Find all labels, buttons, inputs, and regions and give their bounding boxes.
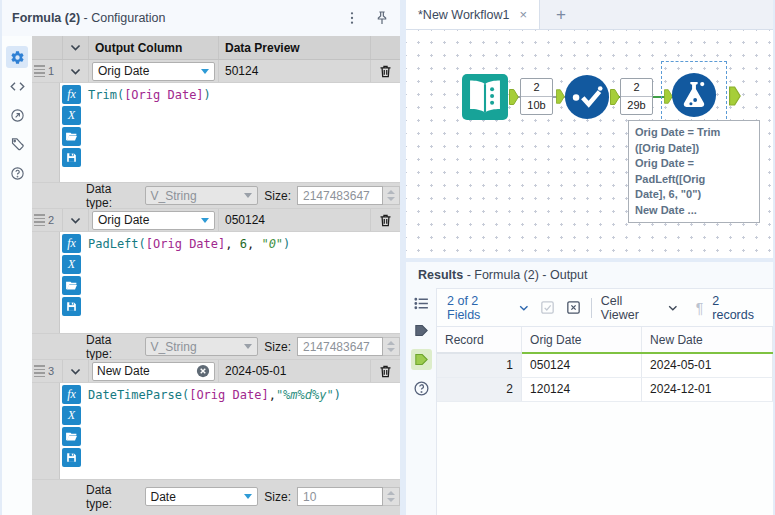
connection-progress-label[interactable]: 2 29b xyxy=(620,78,653,115)
size-spinner[interactable] xyxy=(383,337,400,356)
delete-expression-button[interactable] xyxy=(370,360,400,382)
variables-x-button[interactable]: X xyxy=(62,255,81,274)
variables-x-button[interactable]: X xyxy=(62,406,81,425)
functions-fx-button[interactable]: fx xyxy=(62,385,81,404)
open-expression-button[interactable] xyxy=(62,427,81,446)
expression-grid: Output Column Data Preview 1 Orig Date 5… xyxy=(32,36,400,515)
output-anchor[interactable] xyxy=(729,86,741,106)
cell-viewer-dropdown[interactable]: Cell Viewer xyxy=(601,294,679,322)
grid-header-row: Output Column Data Preview xyxy=(32,36,400,60)
select-tool[interactable] xyxy=(564,74,610,120)
column-header-record[interactable]: Record xyxy=(437,327,522,353)
pin-icon[interactable] xyxy=(374,10,390,26)
expression-footer: Data type: V_String Size: 2147483647 xyxy=(32,334,400,360)
expression-toolbar: fx X xyxy=(60,83,84,182)
connection-progress-label[interactable]: 2 10b xyxy=(520,78,553,115)
expression-editor[interactable]: PadLeft([Orig Date], 6, "0") xyxy=(84,232,400,333)
open-expression-button[interactable] xyxy=(62,127,81,146)
more-options-icon[interactable] xyxy=(344,10,360,26)
output-anchor[interactable] xyxy=(610,89,620,105)
drag-handle-icon[interactable] xyxy=(34,365,45,377)
profile-list-icon[interactable] xyxy=(413,295,430,312)
whitespace-toggle-icon[interactable]: ¶ xyxy=(696,300,704,316)
clear-field-icon[interactable] xyxy=(196,364,210,378)
chevron-down-icon xyxy=(244,193,252,198)
help-icon[interactable] xyxy=(413,380,430,397)
formula-row-1: 1 Orig Date 50124 fx X xyxy=(32,60,400,209)
delete-expression-button[interactable] xyxy=(370,209,400,231)
output-column-header: Output Column xyxy=(88,36,218,59)
deselect-all-icon[interactable] xyxy=(565,299,582,316)
collapse-row-button[interactable] xyxy=(62,360,88,382)
data-preview-value: 050124 xyxy=(218,209,370,231)
output-column-value: Orig Date xyxy=(98,213,201,227)
output-column-value: Orig Date xyxy=(98,64,201,78)
functions-fx-button[interactable]: fx xyxy=(62,234,81,253)
chevron-down-icon xyxy=(201,218,209,223)
size-spinner[interactable] xyxy=(383,186,400,205)
settings-gear-icon[interactable] xyxy=(6,46,28,68)
select-all-icon[interactable] xyxy=(539,299,556,316)
data-type-label: Data type: xyxy=(86,182,139,210)
chevron-down-icon xyxy=(201,69,209,74)
size-label: Size: xyxy=(264,490,291,504)
tool-name: Formula (2) xyxy=(12,11,80,25)
output-connection-icon[interactable] xyxy=(411,349,432,370)
output-column-select[interactable]: Orig Date xyxy=(92,211,215,230)
open-expression-button[interactable] xyxy=(62,276,81,295)
new-workflow-tab-button[interactable]: + xyxy=(540,0,582,29)
variables-x-button[interactable]: X xyxy=(62,106,81,125)
formula-row-header: 2 Orig Date 050124 xyxy=(32,209,400,232)
column-header-orig-date[interactable]: Orig Date xyxy=(522,327,642,353)
collapse-row-button[interactable] xyxy=(62,209,88,231)
expression-editor[interactable]: Trim([Orig Date]) xyxy=(84,83,400,182)
drag-handle-icon[interactable] xyxy=(34,214,45,226)
results-subtitle: - Formula (2) - Output xyxy=(463,268,587,282)
data-type-select[interactable]: V_String xyxy=(145,337,259,356)
drag-handle-icon[interactable] xyxy=(34,65,45,77)
formula-row-header: 3 New Date 2024-05-01 xyxy=(32,360,400,383)
text-input-tool[interactable] xyxy=(462,74,508,120)
data-type-select[interactable]: V_String xyxy=(145,186,259,205)
tag-icon[interactable] xyxy=(6,133,28,155)
chevron-down-icon xyxy=(244,344,252,349)
orig-date-cell: 050124 xyxy=(522,353,642,377)
expression-toolbar: fx X xyxy=(60,383,84,479)
size-spinner[interactable] xyxy=(383,487,400,506)
output-column-select[interactable]: Orig Date xyxy=(92,62,215,81)
output-column-input[interactable]: New Date xyxy=(92,362,215,381)
expression-footer: Data type: V_String Size: 2147483647 xyxy=(32,183,400,209)
save-expression-button[interactable] xyxy=(62,148,81,167)
functions-fx-button[interactable]: fx xyxy=(62,85,81,104)
collapse-all-button[interactable] xyxy=(62,36,88,59)
collapse-row-button[interactable] xyxy=(62,60,88,82)
size-input[interactable]: 2147483647 xyxy=(297,337,383,356)
close-tab-icon[interactable]: × xyxy=(519,7,527,22)
save-expression-button[interactable] xyxy=(62,448,81,467)
expression-editor[interactable]: DateTimeParse([Orig Date],"%m%d%y") xyxy=(84,383,400,479)
results-title: Results xyxy=(418,268,463,282)
configuration-title: Formula (2) - Configuration xyxy=(12,11,166,25)
input-connection-icon[interactable] xyxy=(413,322,430,339)
code-icon[interactable] xyxy=(6,75,28,97)
column-header-new-date[interactable]: New Date xyxy=(642,327,773,353)
output-anchor[interactable] xyxy=(509,89,519,105)
size-input[interactable]: 10 xyxy=(297,487,383,506)
workflow-canvas[interactable]: 2 10b 2 29b xyxy=(406,30,773,258)
fields-dropdown[interactable]: 2 of 2 Fields xyxy=(447,294,530,322)
results-toolbar: 2 of 2 Fields Cell Viewer ¶ 2 records xyxy=(437,289,773,327)
delete-expression-button[interactable] xyxy=(370,60,400,82)
data-preview-header: Data Preview xyxy=(218,36,370,59)
record-count: 2 xyxy=(521,79,552,97)
data-size: 29b xyxy=(621,97,652,114)
new-date-cell: 2024-05-01 xyxy=(642,353,773,377)
data-preview-value: 2024-05-01 xyxy=(218,360,370,382)
help-icon[interactable] xyxy=(6,162,28,184)
size-input[interactable]: 2147483647 xyxy=(297,186,383,205)
configuration-header: Formula (2) - Configuration xyxy=(2,0,400,36)
data-type-select[interactable]: Date xyxy=(145,487,259,506)
workflow-tab[interactable]: *New Workflow1 × xyxy=(406,0,540,29)
configuration-panel: Formula (2) - Configuration Output Colum… xyxy=(0,0,400,515)
open-example-icon[interactable] xyxy=(6,104,28,126)
save-expression-button[interactable] xyxy=(62,297,81,316)
